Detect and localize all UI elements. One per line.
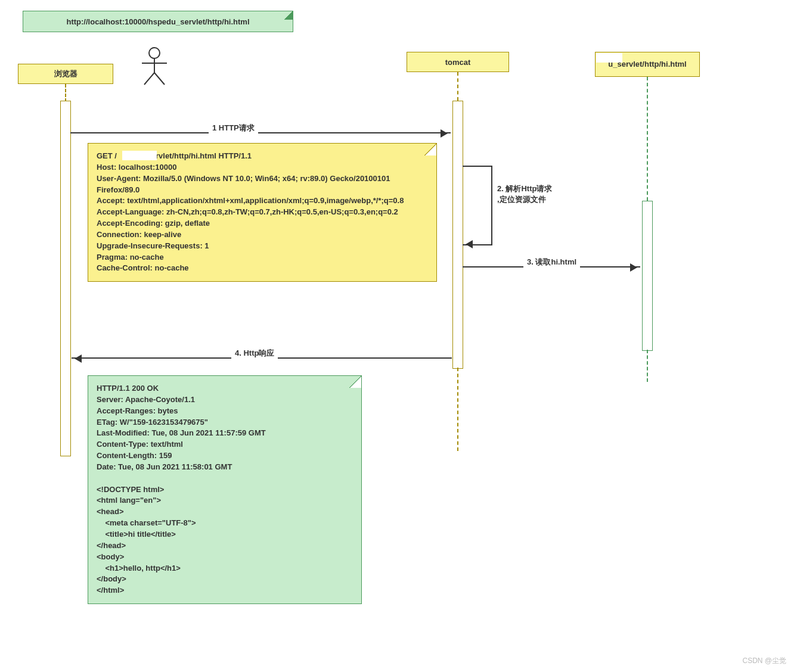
- label-parse-line2: ,定位资源文件: [497, 194, 552, 205]
- lifeline-file-top: [647, 77, 648, 201]
- label-http-request: 1 HTTP请求: [209, 123, 258, 133]
- redaction-1: [122, 151, 157, 160]
- self-call-parse: [463, 166, 492, 245]
- label-read-file: 3. 读取hi.html: [523, 257, 580, 267]
- svg-line-4: [154, 73, 165, 85]
- label-http-response: 4. Http响应: [231, 348, 278, 359]
- url-note: http://localhost:10000/hspedu_servlet/ht…: [23, 11, 293, 32]
- lifeline-tomcat-bottom: [457, 368, 458, 451]
- lifeline-file-bottom: [647, 350, 648, 382]
- arrow-http-request: [70, 132, 451, 133]
- participant-tomcat: tomcat: [407, 52, 509, 72]
- participant-browser: 浏览器: [18, 64, 113, 84]
- actor-icon: [138, 46, 170, 86]
- lifeline-browser: [65, 84, 66, 102]
- watermark: CSDN @尘觉: [742, 656, 786, 666]
- label-parse: 2. 解析Http请求 ,定位资源文件: [497, 183, 552, 205]
- label-parse-line1: 2. 解析Http请求: [497, 183, 552, 194]
- svg-line-3: [144, 73, 154, 85]
- activation-tomcat: [452, 101, 463, 369]
- lifeline-tomcat-top: [457, 72, 458, 101]
- activation-file: [642, 201, 653, 351]
- participant-file: u_servlet/http/hi.html: [595, 52, 700, 77]
- sequence-diagram: http://localhost:10000/hspedu_servlet/ht…: [0, 0, 797, 672]
- note-http-response: HTTP/1.1 200 OK Server: Apache-Coyote/1.…: [88, 375, 362, 604]
- note-http-request: GET / _servlet/http/hi.html HTTP/1.1 Hos…: [88, 143, 437, 282]
- activation-browser: [60, 101, 71, 456]
- svg-point-0: [149, 48, 160, 58]
